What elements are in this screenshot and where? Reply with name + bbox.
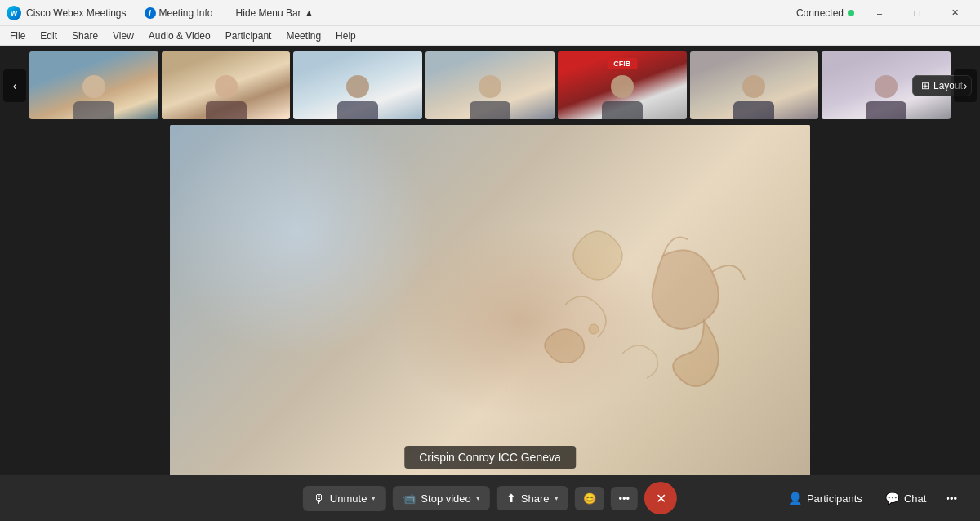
menu-audio-video[interactable]: Audio & Video bbox=[142, 29, 217, 43]
more-options-button[interactable]: ••• bbox=[611, 487, 639, 510]
unmute-label: Unmute bbox=[330, 492, 368, 505]
window-controls: – □ ✕ bbox=[861, 0, 973, 26]
menu-share[interactable]: Share bbox=[65, 29, 105, 43]
share-chevron-icon: ▾ bbox=[555, 494, 559, 502]
video-chevron-icon: ▾ bbox=[476, 494, 480, 502]
speaker-name: Crispin Conroy ICC Geneva bbox=[419, 451, 561, 464]
speaker-label: Crispin Conroy ICC Geneva bbox=[404, 446, 576, 469]
main-video: Crispin Conroy ICC Geneva bbox=[170, 125, 810, 482]
more-icon: ••• bbox=[619, 492, 630, 505]
thumbnail-strip: ‹ CFIB bbox=[0, 46, 980, 125]
chat-label: Chat bbox=[904, 492, 926, 505]
hide-menu-bar-label: Hide Menu Bar bbox=[236, 7, 301, 19]
stop-video-button[interactable]: 📹 Stop video ▾ bbox=[392, 486, 489, 510]
participants-button[interactable]: 👤 Participants bbox=[778, 486, 872, 510]
meeting-info-button[interactable]: i Meeting Info bbox=[140, 6, 218, 20]
title-bar-left: W Cisco Webex Meetings i Meeting Info Hi… bbox=[7, 6, 318, 20]
share-button[interactable]: ⬆ Share ▾ bbox=[497, 486, 568, 510]
menu-file[interactable]: File bbox=[3, 29, 32, 43]
connected-label: Connected bbox=[796, 7, 844, 19]
app-name: Cisco Webex Meetings bbox=[26, 7, 127, 19]
connected-dot bbox=[848, 10, 854, 16]
participants-icon: 👤 bbox=[788, 492, 802, 505]
chevron-up-icon: ▲ bbox=[305, 7, 314, 19]
more-right-icon: ••• bbox=[946, 492, 957, 505]
participant-thumbnail-6[interactable] bbox=[690, 51, 819, 119]
title-bar: W Cisco Webex Meetings i Meeting Info Hi… bbox=[0, 0, 980, 26]
webex-icon: W bbox=[7, 6, 21, 20]
thumbnails-container: CFIB bbox=[26, 48, 954, 122]
stop-video-label: Stop video bbox=[421, 492, 470, 505]
meeting-info-label: Meeting Info bbox=[159, 7, 213, 19]
thumbnail-next-button[interactable]: › bbox=[954, 69, 977, 102]
participants-label: Participants bbox=[807, 492, 862, 505]
bottom-toolbar: 🎙 Unmute ▾ 📹 Stop video ▾ ⬆ Share ▾ 😊 ••… bbox=[0, 475, 980, 521]
connected-status: Connected bbox=[796, 7, 854, 19]
more-right-button[interactable]: ••• bbox=[939, 487, 964, 510]
menu-participant[interactable]: Participant bbox=[219, 29, 278, 43]
menu-help[interactable]: Help bbox=[329, 29, 363, 43]
participant-thumbnail-3[interactable] bbox=[293, 51, 422, 119]
participant-thumbnail-4[interactable] bbox=[425, 51, 555, 119]
menu-view[interactable]: View bbox=[106, 29, 140, 43]
thumbnail-prev-button[interactable]: ‹ bbox=[3, 69, 26, 102]
unmute-button[interactable]: 🎙 Unmute ▾ bbox=[303, 486, 386, 511]
menu-edit[interactable]: Edit bbox=[33, 29, 64, 43]
video-icon: 📹 bbox=[402, 492, 416, 505]
app-logo: W Cisco Webex Meetings bbox=[7, 6, 127, 20]
participant-thumbnail-2[interactable] bbox=[162, 51, 291, 119]
toolbar-center: 🎙 Unmute ▾ 📹 Stop video ▾ ⬆ Share ▾ 😊 ••… bbox=[303, 482, 677, 514]
unmute-chevron-icon: ▾ bbox=[372, 494, 376, 502]
emoji-button[interactable]: 😊 bbox=[575, 487, 604, 510]
menu-meeting[interactable]: Meeting bbox=[279, 29, 327, 43]
menu-bar: File Edit Share View Audio & Video Parti… bbox=[0, 26, 980, 46]
minimize-button[interactable]: – bbox=[861, 0, 898, 26]
participant-thumbnail-5[interactable]: CFIB bbox=[558, 51, 687, 119]
hide-menu-bar-button[interactable]: Hide Menu Bar ▲ bbox=[231, 6, 319, 20]
toolbar-right: 👤 Participants 💬 Chat ••• bbox=[778, 486, 964, 510]
meeting-info-icon: i bbox=[145, 7, 156, 19]
wall-art bbox=[500, 190, 761, 419]
close-button[interactable]: ✕ bbox=[936, 0, 973, 26]
share-icon: ⬆ bbox=[506, 492, 516, 505]
mic-icon: 🎙 bbox=[313, 492, 325, 505]
chat-icon: 💬 bbox=[885, 492, 899, 505]
participant-thumbnail-1[interactable] bbox=[29, 51, 158, 119]
svg-point-0 bbox=[589, 324, 599, 334]
end-call-button[interactable]: ✕ bbox=[644, 482, 677, 514]
maximize-button[interactable]: □ bbox=[898, 0, 936, 26]
end-call-icon: ✕ bbox=[656, 491, 666, 506]
share-label: Share bbox=[521, 492, 550, 505]
layout-icon: ⊞ bbox=[921, 80, 929, 91]
chat-button[interactable]: 💬 Chat bbox=[875, 486, 936, 510]
emoji-icon: 😊 bbox=[583, 492, 596, 505]
title-bar-right: Connected – □ ✕ bbox=[796, 0, 973, 26]
